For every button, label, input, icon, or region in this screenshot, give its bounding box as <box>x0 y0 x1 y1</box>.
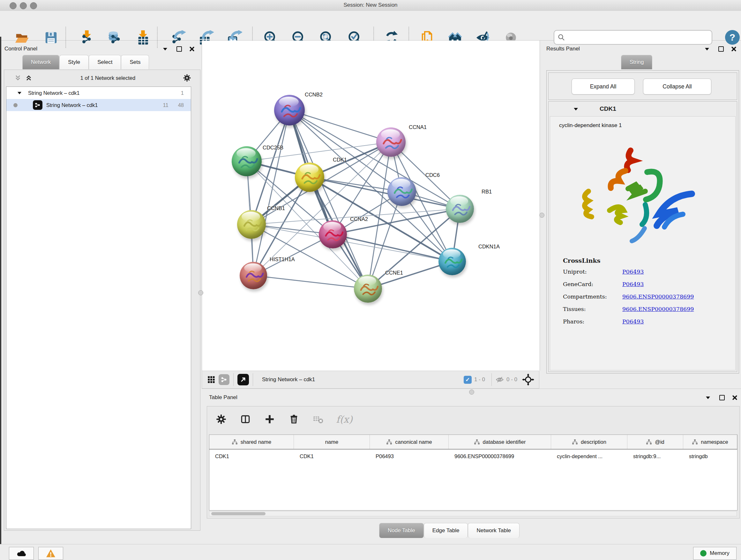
scrollbar-thumb[interactable] <box>211 512 266 515</box>
node-table-container: f(x) shared namenamecanonical namedataba… <box>207 406 740 518</box>
table-cell[interactable]: CDK1 <box>294 453 370 459</box>
collection-expander-icon[interactable] <box>15 89 23 97</box>
node-CCNE1[interactable] <box>354 274 382 303</box>
collapse-all-button[interactable]: Collapse All <box>643 78 711 95</box>
node-CDK1[interactable] <box>295 163 324 192</box>
protein-thumbnail-icon <box>376 127 406 157</box>
column-type-icon <box>692 439 698 445</box>
collapse-all-networks-icon[interactable] <box>14 74 22 82</box>
delete-column-icon <box>288 414 299 425</box>
crosslink-link[interactable]: 9606.ENSP00000378699 <box>622 306 694 312</box>
edge-CCNB2-RB1[interactable] <box>289 110 460 209</box>
network-collection-row[interactable]: String Network – cdk1 1 <box>6 87 191 99</box>
node-RB1[interactable] <box>446 195 474 223</box>
crosslinks-title: CrossLinks <box>563 257 694 264</box>
node-CDC6[interactable] <box>387 177 416 206</box>
column-header-name[interactable]: name <box>294 435 370 449</box>
horizontal-scrollbar[interactable] <box>209 511 737 516</box>
add-column-button[interactable] <box>261 411 278 428</box>
column-header-label: namespace <box>701 439 728 445</box>
entry-expander-icon[interactable] <box>571 105 580 113</box>
panel-menu-icon[interactable] <box>704 393 712 401</box>
network-options-gear-icon[interactable] <box>183 74 191 82</box>
protein-thumbnail-icon <box>237 210 266 239</box>
node-CDKN1A[interactable] <box>439 248 466 275</box>
tab-edge-table[interactable]: Edge Table <box>424 523 468 538</box>
node-label-CCNA1: CCNA1 <box>409 124 427 130</box>
panel-menu-icon[interactable] <box>703 45 711 53</box>
hidden-items-eye-icon[interactable] <box>495 375 504 384</box>
tab-sets[interactable]: Sets <box>121 55 149 69</box>
delete-column-button[interactable] <box>286 411 302 428</box>
tab-node-table[interactable]: Node Table <box>379 523 424 538</box>
tab-network-table[interactable]: Network Table <box>468 523 519 538</box>
network-view-icon[interactable] <box>219 374 229 385</box>
column-header-database-identifier[interactable]: database identifier <box>449 435 551 449</box>
expand-all-button[interactable]: Expand All <box>571 78 635 95</box>
apply-function-button[interactable]: f(x) <box>336 411 353 428</box>
memory-button[interactable]: Memory <box>693 547 737 560</box>
table-row[interactable]: CDK1CDK1P064939606.ENSP00000378699cyclin… <box>209 449 737 463</box>
node-label-HIST1H1A: HIST1H1A <box>270 256 295 262</box>
tab-network[interactable]: Network <box>22 55 59 69</box>
table-cell[interactable]: CDK1 <box>209 453 294 459</box>
node-CCNB2[interactable] <box>274 95 305 125</box>
right-splitter-handle[interactable] <box>539 212 544 218</box>
panel-menu-icon[interactable] <box>161 45 169 53</box>
help-button[interactable]: ? <box>725 30 740 45</box>
birds-eye-view-icon[interactable] <box>238 374 249 385</box>
crosslink-link[interactable]: P06493 <box>622 281 644 287</box>
crosslink-row: Pharos:P06493 <box>563 318 694 325</box>
close-panel-icon[interactable] <box>731 393 739 401</box>
network-canvas[interactable]: CCNB2 CCNA1 CDC25B CDK1 CDC6 RB1 CCNB1 C… <box>202 41 540 371</box>
float-panel-icon[interactable] <box>175 45 183 53</box>
search-input[interactable] <box>554 30 712 45</box>
float-panel-icon[interactable] <box>717 45 725 53</box>
table-cell[interactable]: P06493 <box>370 453 449 459</box>
warnings-button[interactable] <box>38 547 63 560</box>
float-panel-icon[interactable] <box>718 393 726 401</box>
column-header--id[interactable]: @id <box>627 435 683 449</box>
node-CCNA1[interactable] <box>376 127 406 157</box>
table-cell[interactable]: cyclin-dependent ... <box>551 453 627 459</box>
crosslink-link[interactable]: P06493 <box>622 268 644 275</box>
tab-style[interactable]: Style <box>59 55 89 69</box>
selected-items-checkbox[interactable]: ✓ <box>464 376 472 384</box>
delete-table-button[interactable] <box>310 411 327 428</box>
bottom-splitter-handle[interactable] <box>469 389 474 395</box>
left-splitter-handle[interactable] <box>198 290 203 295</box>
column-header-namespace[interactable]: namespace <box>683 435 737 449</box>
fit-selected-crosshair-icon[interactable] <box>522 373 535 386</box>
cloud-button[interactable] <box>9 547 34 560</box>
window-title: Session: New Session <box>0 2 741 8</box>
crosslink-link[interactable]: 9606.ENSP00000378699 <box>622 294 694 300</box>
table-settings-button[interactable] <box>213 411 229 428</box>
close-panel-icon[interactable] <box>730 45 738 53</box>
grid-view-icon[interactable] <box>207 375 215 384</box>
node-label-CCNE1: CCNE1 <box>385 270 403 276</box>
node-HIST1H1A[interactable] <box>240 262 267 289</box>
expand-all-networks-icon[interactable] <box>24 74 33 82</box>
selected-counts: 1 - 0 <box>474 376 485 383</box>
node-CCNB1[interactable] <box>237 210 266 239</box>
tab-string[interactable]: String <box>621 55 652 69</box>
tab-select[interactable]: Select <box>89 55 121 69</box>
protein-thumbnail-icon <box>232 146 262 176</box>
node-CCNA2[interactable] <box>319 220 347 248</box>
column-header-shared-name[interactable]: shared name <box>209 435 294 449</box>
split-columns-button[interactable] <box>237 411 254 428</box>
table-cell[interactable]: stringdb <box>683 453 737 459</box>
node-CDC25B[interactable] <box>232 146 262 176</box>
table-cell[interactable]: stringdb:9... <box>627 453 683 459</box>
close-panel-icon[interactable] <box>188 45 196 53</box>
node-entry-header[interactable]: CDK1 <box>549 102 737 116</box>
column-header-canonical-name[interactable]: canonical name <box>370 435 449 449</box>
edge-HIST1H1A-CCNE1[interactable] <box>253 275 368 289</box>
crosslink-link[interactable]: P06493 <box>622 318 644 325</box>
table-cell[interactable]: 9606.ENSP00000378699 <box>449 453 551 459</box>
protein-thumbnail-icon <box>240 262 267 289</box>
column-header-description[interactable]: description <box>551 435 627 449</box>
edge-CCNB2-CCNE1[interactable] <box>289 110 368 289</box>
node-label-CDC6: CDC6 <box>425 172 440 178</box>
network-row[interactable]: String Network – cdk1 11 48 <box>6 99 191 111</box>
